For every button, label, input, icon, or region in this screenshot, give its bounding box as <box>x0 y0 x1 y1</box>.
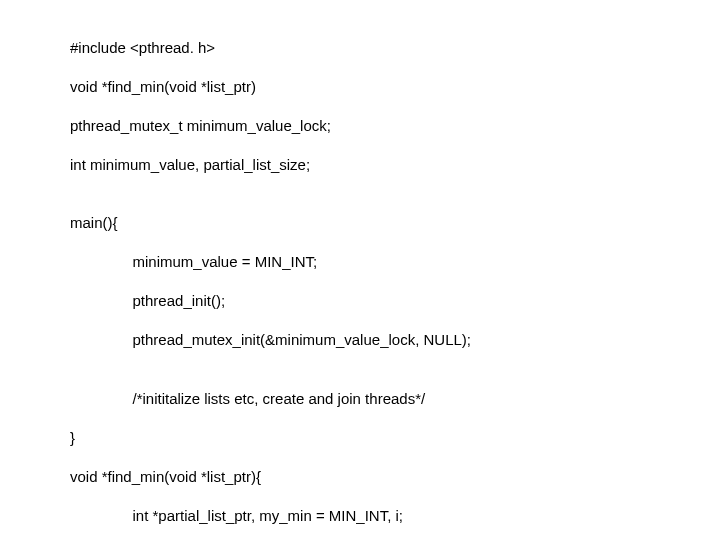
code-line: #include <pthread. h> <box>70 38 660 58</box>
code-listing: #include <pthread. h> void *find_min(voi… <box>0 0 720 540</box>
code-line: minimum_value = MIN_INT; <box>70 252 660 272</box>
code-line: int minimum_value, partial_list_size; <box>70 155 660 175</box>
code-line: void *find_min(void *list_ptr){ <box>70 467 660 487</box>
code-line: } <box>70 428 660 448</box>
code-line: main(){ <box>70 213 660 233</box>
code-line: pthread_init(); <box>70 291 660 311</box>
code-line: int *partial_list_ptr, my_min = MIN_INT,… <box>70 506 660 526</box>
code-line: void *find_min(void *list_ptr) <box>70 77 660 97</box>
code-line: pthread_mutex_t minimum_value_lock; <box>70 116 660 136</box>
code-line: pthread_mutex_init(&minimum_value_lock, … <box>70 330 660 350</box>
code-line: /*inititalize lists etc, create and join… <box>70 389 660 409</box>
